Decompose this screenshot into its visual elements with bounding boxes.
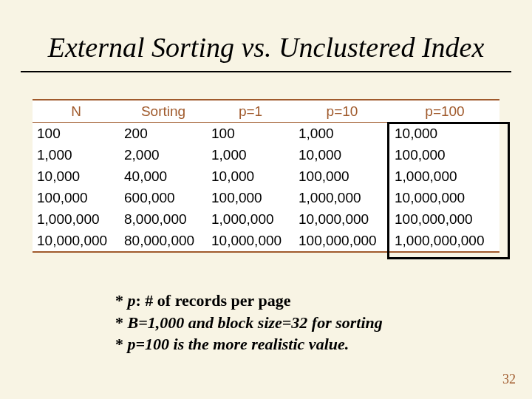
star-icon: * bbox=[115, 291, 123, 310]
footnote-line: * B=1,000 and block size=32 for sorting bbox=[115, 312, 383, 334]
table-row: 10,000 40,000 10,000 100,000 1,000,000 bbox=[33, 166, 499, 187]
cell: 10,000,000 bbox=[33, 230, 120, 251]
col-header-p100: p=100 bbox=[390, 100, 499, 122]
cell: 100,000 bbox=[390, 144, 499, 166]
data-table: N Sorting p=1 p=10 p=100 100 200 100 1,0… bbox=[33, 99, 499, 253]
cell: 2,000 bbox=[120, 144, 207, 166]
cell: 10,000 bbox=[33, 166, 120, 187]
col-header-p10: p=10 bbox=[294, 100, 390, 122]
cell: 100 bbox=[207, 123, 294, 144]
footnote-line: * p=100 is the more realistic value. bbox=[115, 333, 383, 355]
cell: 100,000,000 bbox=[390, 208, 499, 230]
cell: 80,000,000 bbox=[120, 230, 207, 251]
table-row: 10,000,000 80,000,000 10,000,000 100,000… bbox=[33, 230, 499, 251]
footnotes: * p: # of records per page * B=1,000 and… bbox=[115, 290, 383, 355]
cell: 8,000,000 bbox=[120, 208, 207, 230]
footnote-line: * p: # of records per page bbox=[115, 290, 383, 312]
footnote-text: B=1,000 and block size=32 for sorting bbox=[128, 313, 383, 332]
col-header-n: N bbox=[33, 100, 120, 122]
cell: 100 bbox=[33, 123, 120, 144]
table-row: 100 200 100 1,000 10,000 bbox=[33, 123, 499, 144]
cell: 1,000,000 bbox=[390, 166, 499, 187]
title-underline bbox=[21, 71, 511, 72]
cell: 100,000 bbox=[207, 187, 294, 208]
star-icon: * bbox=[115, 335, 123, 353]
cell: 1,000,000,000 bbox=[390, 230, 499, 251]
footnote-text: p=100 is the more realistic value. bbox=[128, 335, 349, 353]
cell: 10,000,000 bbox=[207, 230, 294, 251]
page-number: 32 bbox=[502, 372, 516, 387]
cell: 1,000 bbox=[207, 144, 294, 166]
cell: 200 bbox=[120, 123, 207, 144]
cell: 100,000 bbox=[33, 187, 120, 208]
footnote-text: : # of records per page bbox=[136, 291, 291, 310]
cell: 10,000,000 bbox=[294, 208, 390, 230]
cell: 10,000 bbox=[390, 123, 499, 144]
cell: 10,000 bbox=[294, 144, 390, 166]
cell: 100,000,000 bbox=[294, 230, 390, 251]
col-header-sorting: Sorting bbox=[120, 100, 207, 122]
table-row: 1,000 2,000 1,000 10,000 100,000 bbox=[33, 144, 499, 166]
cell: 1,000 bbox=[294, 123, 390, 144]
cell: 1,000 bbox=[33, 144, 120, 166]
cell: 1,000,000 bbox=[294, 187, 390, 208]
cell: 10,000,000 bbox=[390, 187, 499, 208]
cell: 100,000 bbox=[294, 166, 390, 187]
slide-title: External Sorting vs. Unclustered Index bbox=[0, 31, 532, 64]
slide: External Sorting vs. Unclustered Index N… bbox=[0, 0, 532, 399]
table-row: 1,000,000 8,000,000 1,000,000 10,000,000… bbox=[33, 208, 499, 230]
cell: 1,000,000 bbox=[207, 208, 294, 230]
cell: 40,000 bbox=[120, 166, 207, 187]
table-row: 100,000 600,000 100,000 1,000,000 10,000… bbox=[33, 187, 499, 208]
cell: 10,000 bbox=[207, 166, 294, 187]
cell: 600,000 bbox=[120, 187, 207, 208]
star-icon: * bbox=[115, 313, 123, 332]
cell: 1,000,000 bbox=[33, 208, 120, 230]
footnote-var: p bbox=[128, 291, 136, 310]
table-header-row: N Sorting p=1 p=10 p=100 bbox=[33, 100, 499, 123]
col-header-p1: p=1 bbox=[207, 100, 294, 122]
